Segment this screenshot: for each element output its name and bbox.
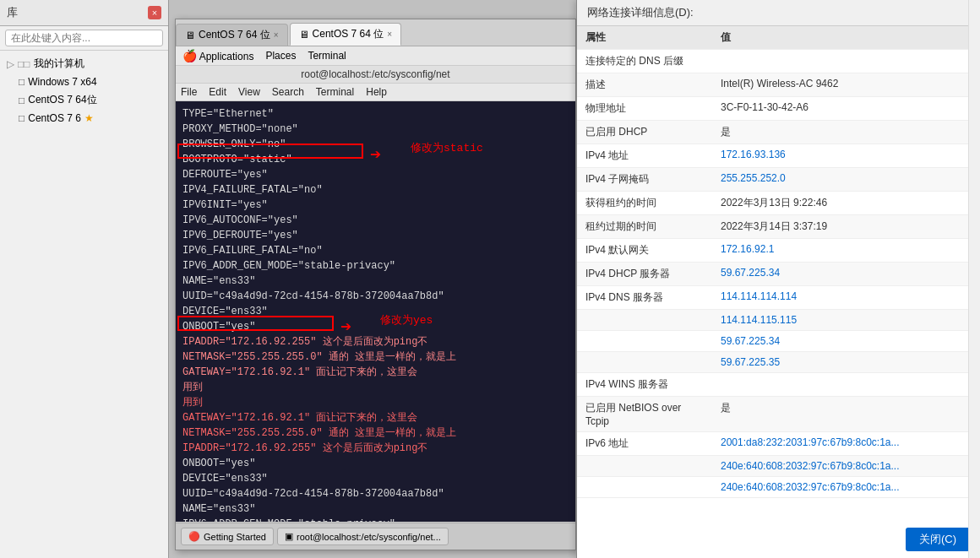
terminal-line: NETMASK="255.255.255.0" 通的 这里是一样的，就是上 [182,425,569,441]
np-value-cell: 114.114.114.114 [712,286,980,310]
terminal-line: DEVICE="ens33" [182,304,569,319]
np-value-cell: 172.16.93.136 [712,144,980,168]
np-table-row: IPv4 DNS 服务器114.114.114.114 [577,286,980,310]
appbar-item[interactable]: 🍎 Applications [182,49,253,62]
terminal-line: GATEWAY="172.16.92.1" 面让记下来的，这里会 [182,365,569,380]
np-table-row: 获得租约的时间2022年3月13日 9:22:46 [577,192,980,215]
terminal-line: IPV6_AUTOCONF="yes" [182,213,569,228]
taskbar-item[interactable]: 🔴Getting Started [181,528,274,545]
np-prop-cell: 获得租约的时间 [577,192,712,215]
terminal-tabs: 🖥 CentOS 7 64 位 ×🖥 CentOS 7 64 位 × [176,19,575,46]
np-value-cell: 59.67.225.34 [712,331,980,352]
terminal-line: IPV6_DEFROUTE="yes" [182,228,569,243]
np-table-row: 租约过期的时间2022年3月14日 3:37:19 [577,215,980,239]
menu-item[interactable]: View [238,86,260,98]
terminal-line: NAME="ens33" [182,501,569,517]
onboot-annotation: 修改为yes [380,312,433,328]
terminal-line: IPV6INIT="yes" [182,198,569,213]
fm-tree-item[interactable]: □ CentOS 7 6 ★ [0,110,168,127]
menu-item[interactable]: Help [366,86,387,98]
np-table-row: 59.67.225.34 [577,331,980,352]
menu-item[interactable]: File [181,86,197,98]
np-table-row: IPv4 默认网关172.16.92.1 [577,239,980,263]
bootproto-annotation: 修改为static [411,140,483,155]
np-prop-cell: IPv4 子网掩码 [577,168,712,192]
np-table-row: 已启用 NetBIOS over Tcpip是 [577,397,980,432]
fm-title: 库 [7,5,18,20]
np-value-cell: Intel(R) Wireless-AC 9462 [712,73,980,97]
np-value-cell: 59.67.225.35 [712,352,980,373]
np-prop-cell: 描述 [577,73,712,97]
terminal-tab[interactable]: 🖥 CentOS 7 64 位 × [176,24,288,46]
np-table-row: 59.67.225.35 [577,352,980,373]
fm-header: 库 × [0,0,168,26]
network-panel: 网络连接详细信息(D): 属性 值 连接特定的 DNS 后缀描述Intel(R)… [576,0,980,558]
np-table-row: IPv4 WINS 服务器 [577,373,980,397]
np-table-row: 240e:640:608:2032:97c:67b9:8c0c:1a... [577,456,980,477]
np-prop-cell: IPv6 地址 [577,432,712,456]
terminal-line: NETMASK="255.255.255.0" 通的 这里是一样的，就是上 [182,349,569,365]
np-prop-cell: 连接特定的 DNS 后缀 [577,50,712,73]
taskbar-item[interactable]: ▣root@localhost:/etc/sysconfig/net... [277,528,449,545]
terminal-line: NAME="ens33" [182,274,569,289]
np-prop-cell: IPv4 地址 [577,144,712,168]
np-value-cell: 59.67.225.34 [712,263,980,286]
menu-item[interactable]: Edit [209,86,226,98]
np-prop-cell: 物理地址 [577,97,712,121]
np-value-cell: 是 [712,121,980,144]
np-table-row: 114.114.115.115 [577,310,980,331]
file-manager: 库 × ▷ □□ 我的计算机□ Windows 7 x64□ CentOS 7 … [0,0,169,558]
np-value-cell [712,373,980,397]
bootproto-arrow: ➔ [370,144,381,166]
terminal-line: IPV4_FAILURE_FATAL="no" [182,182,569,198]
fm-search-input[interactable] [5,30,163,46]
np-value-cell [712,50,980,73]
np-prop-cell: 已启用 DHCP [577,121,712,144]
np-table-row: 240e:640:608:2032:97c:67b9:8c0c:1a... [577,477,980,498]
np-value-cell: 240e:640:608:2032:97c:67b9:8c0c:1a... [712,477,980,498]
np-value-cell: 172.16.92.1 [712,239,980,263]
tab-close-icon[interactable]: × [387,30,392,39]
terminal-line: DEVICE="ens33" [182,471,569,486]
terminal-line: 用到 [182,380,569,395]
np-table-row: IPv4 地址172.16.93.136 [577,144,980,168]
np-prop-cell [577,310,712,331]
np-prop-cell: IPv4 WINS 服务器 [577,373,712,397]
terminal-line: IPADDR="172.16.92.255" 这个是后面改为ping不 [182,441,569,456]
fm-tree-item[interactable]: □ CentOS 7 64位 [0,90,168,110]
np-prop-cell: IPv4 DNS 服务器 [577,286,712,310]
np-header: 网络连接详细信息(D): [577,0,980,26]
np-table-row: IPv4 DHCP 服务器59.67.225.34 [577,263,980,286]
np-col-value: 值 [712,26,980,50]
np-col-prop: 属性 [577,26,712,50]
terminal-titlebar: root@localhost:/etc/sysconfig/net [176,66,575,84]
terminal-tab[interactable]: 🖥 CentOS 7 64 位 × [290,23,402,46]
onboot-arrow: ➔ [340,316,351,339]
fm-tree-item[interactable]: ▷ □□ 我的计算机 [0,54,168,73]
terminal-line: ONBOOT="yes" [182,456,569,471]
terminal-line: IPV6_ADDR_GEN_MODE="stable-privacy" [182,258,569,274]
appbar-item[interactable]: Places [265,50,296,62]
appbar-item[interactable]: Terminal [308,50,346,62]
fm-close-button[interactable]: × [148,6,161,19]
terminal-line: UUID="c49a4d9d-72cd-4154-878b-372004aa7b… [182,289,569,304]
terminal-appbar: 🍎 ApplicationsPlacesTerminal [176,46,575,66]
np-close-button[interactable]: 关闭(C) [906,528,970,551]
menu-item[interactable]: Search [272,86,304,98]
tab-close-icon[interactable]: × [274,30,279,40]
fm-tree: ▷ □□ 我的计算机□ Windows 7 x64□ CentOS 7 64位□… [0,51,168,130]
np-scrollbar[interactable] [968,0,980,558]
terminal-taskbar: 🔴Getting Started▣root@localhost:/etc/sys… [176,523,575,550]
terminal-line: IPADDR="172.16.92.255" 这个是后面改为ping不 [182,334,569,349]
np-table-row: IPv6 地址2001:da8:232:2031:97c:67b9:8c0c:1… [577,432,980,456]
np-prop-cell: 租约过期的时间 [577,215,712,239]
menu-item[interactable]: Terminal [316,86,354,98]
np-prop-cell [577,352,712,373]
terminal-line: PROXY_METHOD="none" [182,122,569,137]
np-table-row: IPv4 子网掩码255.255.252.0 [577,168,980,192]
np-value-cell: 是 [712,397,980,432]
fm-tree-item[interactable]: □ Windows 7 x64 [0,73,168,90]
np-value-cell: 240e:640:608:2032:97c:67b9:8c0c:1a... [712,456,980,477]
terminal-content[interactable]: TYPE="Ethernet"PROXY_METHOD="none"BROWSE… [176,101,575,522]
np-value-cell: 2001:da8:232:2031:97c:67b9:8c0c:1a... [712,432,980,456]
